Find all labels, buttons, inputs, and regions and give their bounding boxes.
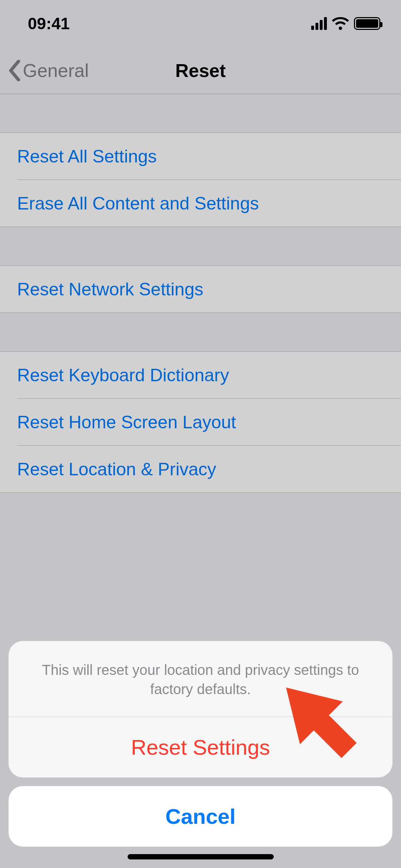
sheet-action-label: Reset Settings	[131, 735, 270, 760]
reset-settings-button[interactable]: Reset Settings	[9, 717, 392, 777]
action-sheet: This will reset your location and privac…	[9, 641, 392, 847]
action-sheet-card: This will reset your location and privac…	[9, 641, 392, 777]
action-sheet-overlay: This will reset your location and privac…	[0, 0, 401, 868]
cancel-button[interactable]: Cancel	[9, 786, 392, 847]
cancel-label: Cancel	[165, 804, 236, 829]
home-indicator	[128, 854, 274, 859]
sheet-message: This will reset your location and privac…	[9, 641, 392, 717]
